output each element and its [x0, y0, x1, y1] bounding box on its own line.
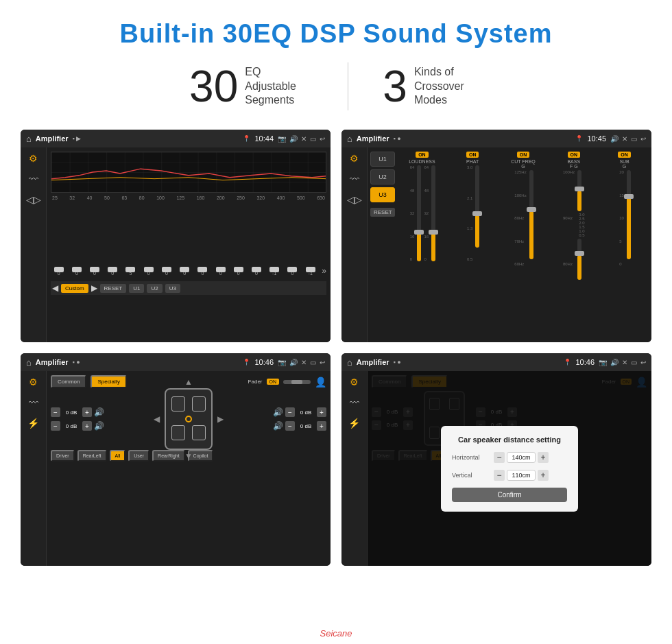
eq-next[interactable]: ▶ — [91, 283, 97, 293]
vol-sidebar-icon[interactable]: ◁▷ — [26, 194, 41, 205]
eq-sidebar-icon-2[interactable]: ⚙ — [350, 153, 359, 164]
db-plus-rr[interactable]: + — [317, 421, 326, 431]
loudness-slider[interactable]: 644832160 644832160 — [398, 165, 446, 338]
db-plus-rl[interactable]: + — [82, 421, 92, 431]
cutfreq-v-slider[interactable] — [529, 170, 533, 259]
fader-slider[interactable] — [283, 380, 311, 384]
bass-slider[interactable]: 100Hz90Hz80Hz 3.02.52.01.51.00.5 — [549, 170, 598, 338]
eq-expand-icon[interactable]: » — [320, 266, 326, 276]
eq-slider-4[interactable]: 0 — [105, 270, 121, 276]
close-icon-4[interactable]: ✕ — [622, 359, 627, 366]
eq-slider-10[interactable]: 0 — [213, 270, 228, 276]
home-icon-4[interactable]: ⌂ — [347, 357, 352, 368]
loudness-on[interactable]: ON — [416, 152, 429, 158]
common-mode-btn[interactable]: Common — [51, 375, 86, 388]
vertical-minus-btn[interactable]: − — [494, 470, 505, 481]
specialty-mode-btn[interactable]: Specialty — [91, 375, 126, 388]
loudness-v-slider[interactable] — [417, 165, 421, 261]
phat-on[interactable]: ON — [466, 152, 479, 158]
eq-u2-btn[interactable]: U2 — [147, 284, 162, 293]
eq-slider-15[interactable]: -1 — [302, 270, 318, 276]
eq-slider-11[interactable]: 0 — [230, 270, 246, 276]
eq-sidebar-icon-3[interactable]: ⚙ — [29, 377, 38, 387]
sub-slider[interactable]: 20151050 — [600, 170, 649, 338]
screen3-time: 10:46 — [254, 358, 274, 366]
volume-icon-4: 🔊 — [610, 359, 619, 366]
preset-u1[interactable]: U1 — [370, 152, 395, 167]
back-icon-3[interactable]: ↩ — [320, 359, 325, 366]
cutfreq-slider[interactable]: 125Hz100Hz80Hz70Hz60Hz — [499, 170, 548, 338]
rearright-btn[interactable]: RearRight — [152, 450, 185, 462]
bass-on[interactable]: ON — [568, 152, 581, 158]
eq-slider-8[interactable]: 0 — [177, 270, 193, 276]
db-plus-fr[interactable]: + — [317, 407, 326, 417]
home-icon-3[interactable]: ⌂ — [26, 357, 32, 368]
db-plus-fl[interactable]: + — [82, 407, 92, 417]
eq-slider-3[interactable]: 0 — [86, 270, 102, 276]
eq-slider-13[interactable]: -1 — [267, 270, 283, 276]
car-arrow-left[interactable]: ◀ — [154, 414, 160, 424]
eq-slider-12[interactable]: 0 — [248, 270, 264, 276]
eq-prev[interactable]: ◀ — [52, 283, 58, 293]
back-icon[interactable]: ↩ — [320, 135, 325, 143]
eq-slider-1[interactable]: 0 — [51, 270, 67, 276]
eq-u3-btn[interactable]: U3 — [165, 284, 180, 293]
eq-slider-6[interactable]: 0 — [141, 270, 156, 276]
eq-slider-14[interactable]: 0 — [285, 270, 300, 276]
eq-slider-9[interactable]: 0 — [195, 270, 211, 276]
close-icon-2[interactable]: ✕ — [622, 135, 627, 143]
bass-v-slider1[interactable] — [577, 170, 581, 211]
phat-slider[interactable]: 3.02.11.30.5 — [448, 165, 497, 338]
driver-btn[interactable]: Driver — [51, 450, 75, 462]
screen4-title: Amplifier — [357, 358, 389, 366]
wave-sidebar-icon[interactable]: 〰 — [29, 174, 38, 184]
loudness-nums-r: 644832160 — [422, 165, 430, 261]
horizontal-plus-btn[interactable]: + — [538, 452, 549, 463]
bt-sidebar-icon-4[interactable]: ⚡ — [348, 418, 360, 429]
eq-sidebar-icon-4[interactable]: ⚙ — [350, 377, 359, 387]
home-icon-2[interactable]: ⌂ — [347, 134, 352, 144]
close-icon[interactable]: ✕ — [301, 135, 307, 143]
db-minus-rr[interactable]: − — [285, 421, 295, 431]
cross-sub: ON SUBG 20151050 — [600, 152, 649, 338]
car-arrow-down[interactable]: ▼ — [184, 451, 193, 461]
fader-on[interactable]: ON — [267, 379, 280, 385]
loudness-v-slider-r[interactable] — [431, 165, 435, 261]
close-icon-3[interactable]: ✕ — [301, 359, 307, 366]
bass-v-slider2[interactable] — [577, 239, 581, 280]
wave-sidebar-icon-4[interactable]: 〰 — [350, 397, 359, 408]
eq-custom-btn[interactable]: Custom — [61, 284, 88, 293]
home-icon[interactable]: ⌂ — [26, 134, 32, 144]
eq-u1-btn[interactable]: U1 — [129, 284, 144, 293]
eq-sliders[interactable]: 0 0 0 0 5 — [51, 203, 326, 278]
all-btn[interactable]: All — [110, 450, 126, 462]
eq-sidebar-icon[interactable]: ⚙ — [29, 153, 38, 164]
wave-sidebar-icon-3[interactable]: 〰 — [29, 397, 38, 408]
phat-v-slider[interactable] — [475, 165, 479, 248]
bt-sidebar-icon[interactable]: ⚡ — [27, 418, 39, 429]
vertical-plus-btn[interactable]: + — [538, 470, 549, 481]
user-btn[interactable]: User — [128, 450, 149, 462]
sub-on[interactable]: ON — [618, 152, 631, 158]
db-minus-rl[interactable]: − — [51, 421, 60, 431]
sub-v-slider[interactable] — [627, 170, 631, 259]
reset-btn-cross[interactable]: RESET — [370, 208, 395, 217]
horizontal-minus-btn[interactable]: − — [494, 452, 505, 463]
eq-slider-5[interactable]: 5 — [123, 270, 139, 276]
db-minus-fl[interactable]: − — [51, 407, 60, 417]
eq-slider-7[interactable]: 0 — [158, 270, 174, 276]
confirm-button[interactable]: Confirm — [452, 488, 567, 502]
db-minus-fr[interactable]: − — [285, 407, 295, 417]
cutfreq-on[interactable]: ON — [517, 152, 530, 158]
back-icon-2[interactable]: ↩ — [640, 135, 646, 143]
rearleft-btn[interactable]: RearLeft — [77, 450, 107, 462]
car-arrow-up[interactable]: ▲ — [184, 377, 193, 387]
back-icon-4[interactable]: ↩ — [640, 359, 646, 366]
preset-u2[interactable]: U2 — [370, 169, 395, 184]
eq-slider-2[interactable]: 0 — [69, 270, 84, 276]
vol-sidebar-icon-2[interactable]: ◁▷ — [347, 194, 362, 205]
preset-u3[interactable]: U3 — [370, 187, 395, 202]
car-arrow-right[interactable]: ▶ — [217, 414, 224, 424]
eq-reset-btn[interactable]: RESET — [100, 284, 127, 293]
wave-sidebar-icon-2[interactable]: 〰 — [350, 174, 359, 184]
